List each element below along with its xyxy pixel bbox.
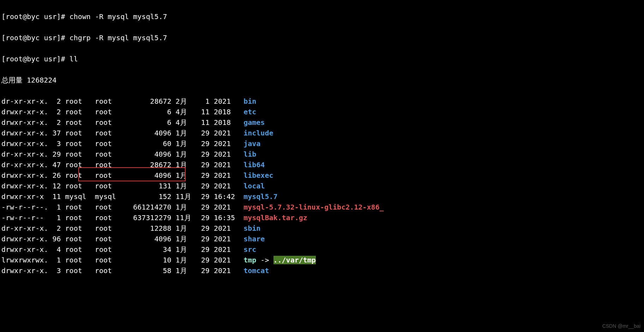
file-name: tomcat: [239, 265, 269, 276]
link-count: 2: [48, 223, 61, 234]
file-name: games: [239, 117, 265, 128]
day: 29: [188, 212, 210, 223]
size: 34: [120, 244, 171, 255]
day: 29: [188, 181, 210, 191]
command-line-chown: [root@byc usr]# chown -R mysql mysql5.7: [1, 11, 643, 22]
owner: root: [61, 234, 91, 244]
owner: root: [61, 149, 91, 159]
link-count: 29: [48, 149, 61, 159]
link-count: 37: [48, 128, 61, 138]
month: 4月: [171, 117, 188, 128]
permissions: drwxr-xr-x.: [1, 170, 48, 181]
link-count: 3: [48, 265, 61, 276]
time-or-year: 2021: [210, 255, 239, 265]
permissions: dr-xr-xr-x.: [1, 149, 48, 159]
listing-row: drwxr-xr-x.3rootroot581月292021tomcat: [1, 265, 643, 276]
group: root: [91, 202, 120, 212]
month: 1月: [171, 234, 188, 244]
permissions: -rw-r--r--.: [1, 202, 48, 212]
owner: root: [61, 170, 91, 181]
time-or-year: 2021: [210, 265, 239, 276]
owner: root: [61, 212, 91, 223]
listing-row: drwxr-xr-x.4rootroot341月292021src: [1, 244, 643, 255]
symlink-target: ../var/tmp: [273, 256, 316, 264]
file-name: include: [239, 128, 273, 138]
permissions: -rw-r--r--: [1, 212, 48, 223]
size: 152: [120, 191, 171, 202]
listing-row: drwxr-xr-x.3rootroot601月292021java: [1, 138, 643, 149]
month: 1月: [171, 128, 188, 138]
owner: root: [61, 202, 91, 212]
symlink-arrow: ->: [256, 256, 273, 264]
time-or-year: 2021: [210, 96, 239, 107]
size: 4096: [120, 234, 171, 244]
day: 29: [188, 128, 210, 138]
time-or-year: 2021: [210, 149, 239, 159]
group: root: [91, 223, 120, 234]
day: 11: [188, 117, 210, 128]
day: 29: [188, 234, 210, 244]
day: 29: [188, 191, 210, 202]
file-name: java: [239, 138, 260, 149]
month: 1月: [171, 149, 188, 159]
group: root: [91, 181, 120, 191]
prompt: [root@byc usr]#: [1, 34, 70, 42]
permissions: dr-xr-xr-x.: [1, 223, 48, 234]
file-name: local: [239, 181, 265, 191]
size: 60: [120, 138, 171, 149]
month: 11月: [171, 191, 188, 202]
group: root: [91, 212, 120, 223]
file-name: mysql-5.7.32-linux-glibc2.12-x86_: [239, 202, 384, 212]
command-text: chgrp -R mysql mysql5.7: [70, 34, 167, 42]
link-count: 3: [48, 138, 61, 149]
day: 29: [188, 149, 210, 159]
watermark: CSDN @mr__bai: [602, 322, 640, 330]
month: 1月: [171, 265, 188, 276]
month: 1月: [171, 138, 188, 149]
file-listing: dr-xr-xr-x.2rootroot286722月12021bindrwxr…: [1, 96, 643, 276]
permissions: drwxr-xr-x.: [1, 107, 48, 117]
listing-row: drwxr-xr-x 11mysqlmysql15211月2916:42mysq…: [1, 191, 643, 202]
permissions: drwxr-xr-x: [1, 191, 48, 202]
listing-row: drwxr-xr-x.12rootroot1311月292021local: [1, 181, 643, 191]
prompt: [root@byc usr]#: [1, 55, 70, 63]
terminal-output[interactable]: [root@byc usr]# chown -R mysql mysql5.7 …: [0, 0, 644, 332]
listing-row: -rw-r--r-- 1rootroot63731227911月2916:35m…: [1, 212, 643, 223]
file-name: libexec: [239, 170, 273, 181]
size: 4096: [120, 170, 171, 181]
permissions: dr-xr-xr-x.: [1, 159, 48, 170]
month: 1月: [171, 244, 188, 255]
listing-row: drwxr-xr-x.96rootroot40961月292021share: [1, 234, 643, 244]
time-or-year: 2021: [210, 159, 239, 170]
time-or-year: 2021: [210, 128, 239, 138]
owner: root: [61, 181, 91, 191]
link-count: 47: [48, 159, 61, 170]
day: 29: [188, 138, 210, 149]
permissions: drwxr-xr-x.: [1, 128, 48, 138]
owner: root: [61, 128, 91, 138]
month: 1月: [171, 159, 188, 170]
month: 2月: [171, 96, 188, 107]
time-or-year: 16:35: [210, 212, 239, 223]
size: 6: [120, 117, 171, 128]
group: root: [91, 234, 120, 244]
listing-row: dr-xr-xr-x.29rootroot40961月292021lib: [1, 149, 643, 159]
total-value: 1268224: [27, 76, 56, 84]
owner: root: [61, 244, 91, 255]
group: root: [91, 96, 120, 107]
link-count: 1: [48, 202, 61, 212]
permissions: drwxr-xr-x.: [1, 244, 48, 255]
time-or-year: 16:42: [210, 191, 239, 202]
size: 637312279: [120, 212, 171, 223]
link-count: 2: [48, 96, 61, 107]
size: 6: [120, 107, 171, 117]
day: 29: [188, 170, 210, 181]
command-text: chown -R mysql mysql5.7: [70, 12, 167, 21]
command-text: ll: [70, 55, 78, 63]
owner: root: [61, 265, 91, 276]
file-name: bin: [239, 96, 256, 107]
group: root: [91, 265, 120, 276]
file-name: mysqlBak.tar.gz: [239, 212, 307, 223]
day: 29: [188, 244, 210, 255]
group: root: [91, 128, 120, 138]
